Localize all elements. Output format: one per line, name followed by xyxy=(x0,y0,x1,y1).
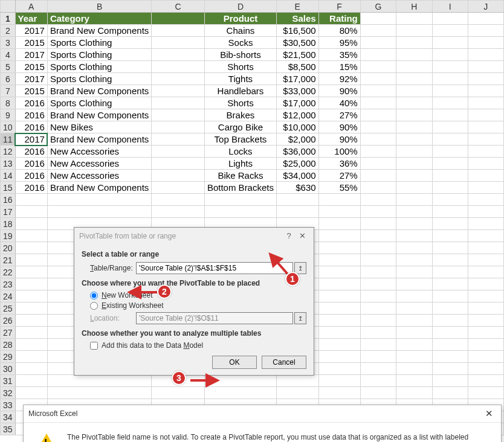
cell[interactable]: 90% xyxy=(318,121,360,133)
cell[interactable] xyxy=(318,327,360,339)
cell[interactable] xyxy=(432,278,468,290)
cell[interactable]: Chains xyxy=(204,25,276,37)
cell[interactable] xyxy=(318,339,360,351)
cell[interactable]: 90% xyxy=(318,133,360,146)
row-header-24[interactable]: 24 xyxy=(1,290,16,303)
cell[interactable]: 2016 xyxy=(15,170,47,182)
header-cell[interactable]: Product xyxy=(204,13,276,25)
cell[interactable] xyxy=(432,327,468,339)
cell[interactable]: 2017 xyxy=(15,25,47,37)
cell[interactable] xyxy=(360,37,396,49)
cell[interactable] xyxy=(318,230,360,242)
row-header-33[interactable]: 33 xyxy=(1,399,16,411)
cancel-button[interactable]: Cancel xyxy=(262,356,306,369)
row-header-32[interactable]: 32 xyxy=(1,387,16,399)
cell[interactable] xyxy=(468,61,503,73)
cell[interactable] xyxy=(276,387,318,399)
row-header-19[interactable]: 19 xyxy=(1,230,16,242)
row-header-4[interactable]: 4 xyxy=(1,49,16,61)
cell[interactable] xyxy=(152,73,205,85)
cell[interactable] xyxy=(15,194,47,206)
cell[interactable] xyxy=(360,194,396,206)
cell[interactable] xyxy=(360,61,396,73)
column-header-C[interactable]: C xyxy=(152,1,205,13)
row-header-20[interactable]: 20 xyxy=(1,242,16,254)
cell[interactable] xyxy=(396,290,432,303)
row-header-25[interactable]: 25 xyxy=(1,303,16,315)
cell[interactable] xyxy=(468,85,503,97)
cell[interactable]: New Accessories xyxy=(47,158,151,170)
help-icon[interactable]: ? xyxy=(282,231,296,240)
cell[interactable] xyxy=(432,73,468,85)
cell[interactable]: 27% xyxy=(318,170,360,182)
cell[interactable] xyxy=(396,73,432,85)
cell[interactable]: $630 xyxy=(276,182,318,194)
row-header-1[interactable]: 1 xyxy=(1,13,16,25)
cell[interactable] xyxy=(468,278,503,290)
cell[interactable]: Bib-shorts xyxy=(204,49,276,61)
cell[interactable] xyxy=(15,339,47,351)
cell[interactable] xyxy=(396,351,432,363)
cell[interactable] xyxy=(318,278,360,290)
cell[interactable] xyxy=(396,37,432,49)
header-cell[interactable]: Sales xyxy=(276,13,318,25)
cell[interactable] xyxy=(276,194,318,206)
cell[interactable] xyxy=(15,351,47,363)
cell[interactable] xyxy=(432,133,468,146)
row-header-5[interactable]: 5 xyxy=(1,61,16,73)
row-header-17[interactable]: 17 xyxy=(1,206,16,218)
cell[interactable] xyxy=(360,242,396,254)
cell[interactable]: $30,500 xyxy=(276,37,318,49)
cell[interactable]: Sports Clothing xyxy=(47,61,151,73)
cell[interactable]: 2016 xyxy=(15,182,47,194)
cell[interactable] xyxy=(360,254,396,266)
cell[interactable] xyxy=(360,351,396,363)
cell[interactable] xyxy=(15,290,47,303)
cell[interactable] xyxy=(152,121,205,133)
cell[interactable] xyxy=(396,121,432,133)
cell[interactable] xyxy=(360,339,396,351)
cell[interactable]: Handlebars xyxy=(204,85,276,97)
cell[interactable] xyxy=(152,170,205,182)
cell[interactable]: $17,000 xyxy=(276,97,318,109)
cell[interactable]: 2016 xyxy=(15,121,47,133)
row-header-31[interactable]: 31 xyxy=(1,375,16,387)
cell[interactable] xyxy=(468,133,503,146)
row-header-21[interactable]: 21 xyxy=(1,254,16,266)
cell[interactable] xyxy=(15,315,47,327)
column-header-G[interactable]: G xyxy=(360,1,396,13)
cell[interactable] xyxy=(152,85,205,97)
cell[interactable]: Shorts xyxy=(204,97,276,109)
cell[interactable] xyxy=(15,230,47,242)
cell[interactable] xyxy=(468,182,503,194)
cell[interactable] xyxy=(396,146,432,158)
table-range-input[interactable] xyxy=(136,262,293,274)
cell[interactable] xyxy=(432,13,468,25)
cell[interactable] xyxy=(468,387,503,399)
row-header-9[interactable]: 9 xyxy=(1,109,16,121)
cell[interactable] xyxy=(396,49,432,61)
cell[interactable] xyxy=(152,37,205,49)
cell[interactable] xyxy=(360,266,396,278)
cell[interactable] xyxy=(468,97,503,109)
cell[interactable] xyxy=(396,133,432,146)
cell[interactable] xyxy=(432,218,468,230)
cell[interactable] xyxy=(360,327,396,339)
cell[interactable]: Brand New Components xyxy=(47,133,151,146)
cell[interactable] xyxy=(15,363,47,375)
cell[interactable]: 2015 xyxy=(15,37,47,49)
column-header-J[interactable]: J xyxy=(468,1,503,13)
row-header-30[interactable]: 30 xyxy=(1,363,16,375)
row-header-11[interactable]: 11 xyxy=(1,133,16,146)
cell[interactable] xyxy=(396,266,432,278)
cell[interactable]: $25,000 xyxy=(276,158,318,170)
column-header-I[interactable]: I xyxy=(432,1,468,13)
cell[interactable] xyxy=(360,121,396,133)
cell[interactable] xyxy=(360,146,396,158)
cell[interactable]: Locks xyxy=(204,146,276,158)
cell[interactable]: Brand New Components xyxy=(47,25,151,37)
cell[interactable] xyxy=(318,242,360,254)
row-header-12[interactable]: 12 xyxy=(1,146,16,158)
cell[interactable] xyxy=(152,194,205,206)
cell[interactable] xyxy=(396,315,432,327)
